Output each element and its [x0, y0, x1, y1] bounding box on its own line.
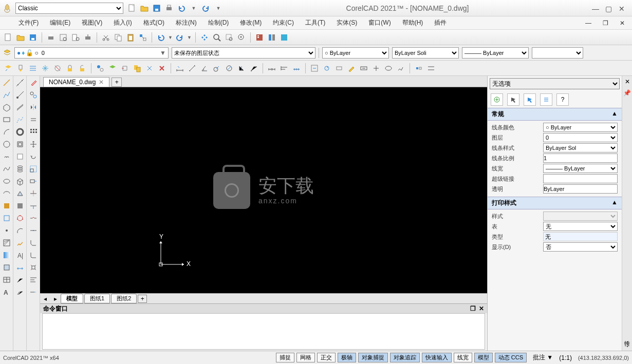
- menu-constraint[interactable]: 约束(C): [270, 17, 297, 28]
- tb-zoom-realtime-icon[interactable]: [212, 32, 222, 43]
- dim-angular-icon[interactable]: [199, 63, 210, 73]
- mirror-icon[interactable]: [29, 103, 38, 112]
- extend-icon[interactable]: [29, 201, 38, 210]
- rectangle-icon[interactable]: [2, 115, 11, 124]
- status-model[interactable]: 模型: [474, 353, 493, 362]
- status-annotate[interactable]: 批注 ▼: [533, 353, 553, 362]
- prop-help-icon[interactable]: ?: [556, 93, 569, 106]
- trim-icon[interactable]: [29, 189, 38, 198]
- solid-icon[interactable]: [15, 201, 25, 210]
- layer-copy-icon[interactable]: [132, 63, 142, 73]
- menu-dimension[interactable]: 标注(N): [173, 17, 200, 28]
- section-print[interactable]: 打印样式▲: [488, 197, 622, 209]
- layer-change-icon[interactable]: [120, 63, 130, 73]
- tb-plot-setup-icon[interactable]: [70, 32, 81, 43]
- layer-merge-icon[interactable]: [144, 63, 155, 73]
- dim-tolerance-icon[interactable]: [359, 63, 369, 73]
- layer-iso-icon[interactable]: [15, 63, 26, 73]
- donut-icon[interactable]: [15, 127, 25, 137]
- add-tab-button[interactable]: +: [111, 78, 122, 87]
- status-ortho[interactable]: 正交: [317, 353, 336, 362]
- command-input-area[interactable]: [42, 313, 485, 350]
- join-icon[interactable]: [29, 226, 38, 235]
- prop-table-select[interactable]: 无: [543, 222, 618, 231]
- menu-modify[interactable]: 修改(M): [237, 17, 265, 28]
- status-osnap[interactable]: 对象捕捉: [358, 353, 388, 362]
- panel-close-icon[interactable]: ✕: [625, 78, 630, 85]
- dim-reassociate-icon[interactable]: [414, 63, 424, 73]
- sketch-icon[interactable]: [15, 238, 25, 247]
- mdi-close-icon[interactable]: ✕: [617, 18, 628, 28]
- prop-select-icon[interactable]: [507, 93, 519, 106]
- workspace-select[interactable]: Classic: [15, 3, 123, 14]
- mtext-icon[interactable]: A: [2, 288, 11, 297]
- qat-open-icon[interactable]: [140, 4, 149, 13]
- move-icon[interactable]: [29, 140, 38, 149]
- tb-zoom-window-icon[interactable]: [224, 32, 234, 43]
- xline-icon[interactable]: [15, 78, 25, 87]
- status-dyn[interactable]: 快速输入: [422, 353, 452, 362]
- layout-tab-model[interactable]: 模型: [61, 294, 83, 303]
- add-layout-button[interactable]: +: [138, 295, 147, 303]
- point-icon[interactable]: [2, 226, 11, 235]
- ellipse-arc-icon[interactable]: [2, 189, 11, 198]
- prop-show-select[interactable]: 否: [543, 242, 618, 252]
- layer-delete-icon[interactable]: [157, 63, 167, 73]
- dim-aligned-icon[interactable]: [187, 63, 197, 73]
- layer-walk-icon[interactable]: [28, 63, 38, 73]
- layout-tab-sheet2[interactable]: 图纸2: [111, 294, 137, 303]
- tb-print-icon[interactable]: [46, 32, 56, 43]
- tb-save-icon[interactable]: [28, 32, 38, 43]
- dim-leader-icon[interactable]: [249, 63, 259, 73]
- tb-design-center-icon[interactable]: [267, 32, 277, 43]
- dim-edit-icon[interactable]: [346, 63, 357, 73]
- revision-cloud-icon[interactable]: [2, 152, 11, 161]
- dim-continue-icon[interactable]: [267, 63, 277, 73]
- spline-icon[interactable]: [2, 164, 11, 174]
- menu-window[interactable]: 窗口(W): [365, 17, 394, 28]
- prop-trans-input[interactable]: [543, 184, 618, 194]
- panel-pin-icon[interactable]: 📌: [623, 89, 631, 97]
- dim-override-icon[interactable]: [334, 63, 344, 73]
- cmd-close-icon[interactable]: ✕: [479, 305, 484, 312]
- polygon-icon[interactable]: [2, 103, 11, 112]
- qat-print-icon[interactable]: [164, 4, 174, 13]
- tb-pan-icon[interactable]: [199, 32, 210, 43]
- 3d-face-icon[interactable]: [15, 189, 25, 198]
- menu-file[interactable]: 文件(F): [15, 17, 42, 28]
- gradient-icon[interactable]: [2, 251, 11, 260]
- ray-icon[interactable]: [15, 90, 25, 100]
- mdi-minimize-icon[interactable]: —: [582, 18, 594, 28]
- minimize-button[interactable]: —: [592, 5, 599, 12]
- ellipse-icon[interactable]: [2, 177, 11, 186]
- maximize-button[interactable]: ▢: [605, 5, 612, 12]
- explode-icon[interactable]: [29, 263, 38, 272]
- section-general[interactable]: 常规▲: [488, 108, 622, 121]
- qat-save-icon[interactable]: [152, 4, 161, 13]
- status-grid[interactable]: 网格: [296, 353, 315, 362]
- tb-paste-icon[interactable]: [125, 32, 136, 43]
- tb-match-props-icon[interactable]: [138, 32, 148, 43]
- layer-state-select[interactable]: 未保存的图层状态: [172, 47, 315, 59]
- drawing-canvas[interactable]: 安下载 anxz.com X Y: [40, 87, 487, 293]
- status-polar[interactable]: 极轴: [338, 353, 356, 362]
- status-lwt[interactable]: 线宽: [454, 353, 472, 362]
- prop-quickselect-icon[interactable]: [524, 93, 536, 106]
- close-button[interactable]: ✕: [619, 5, 626, 12]
- dim-inspect-icon[interactable]: [383, 63, 394, 73]
- leader-icon[interactable]: [15, 275, 25, 284]
- cmd-float-icon[interactable]: ❐: [470, 305, 476, 312]
- polyline-icon[interactable]: [2, 90, 11, 100]
- menu-tools[interactable]: 工具(T): [302, 17, 328, 28]
- arc-3p-icon[interactable]: [15, 226, 25, 235]
- layer-current-icon[interactable]: [107, 63, 118, 73]
- circle-icon[interactable]: [2, 140, 11, 149]
- lineweight-select[interactable]: ——— ByLayer: [462, 47, 529, 59]
- prop-layer-select[interactable]: 0: [543, 133, 618, 142]
- tb-zoom-previous-icon[interactable]: [236, 32, 247, 43]
- dim-diameter-icon[interactable]: [224, 63, 234, 73]
- copy-modify-icon[interactable]: [29, 90, 38, 100]
- dim-ordinate-icon[interactable]: [236, 63, 247, 73]
- tb-copy-icon[interactable]: [113, 32, 123, 43]
- dim-radius-icon[interactable]: [212, 63, 222, 73]
